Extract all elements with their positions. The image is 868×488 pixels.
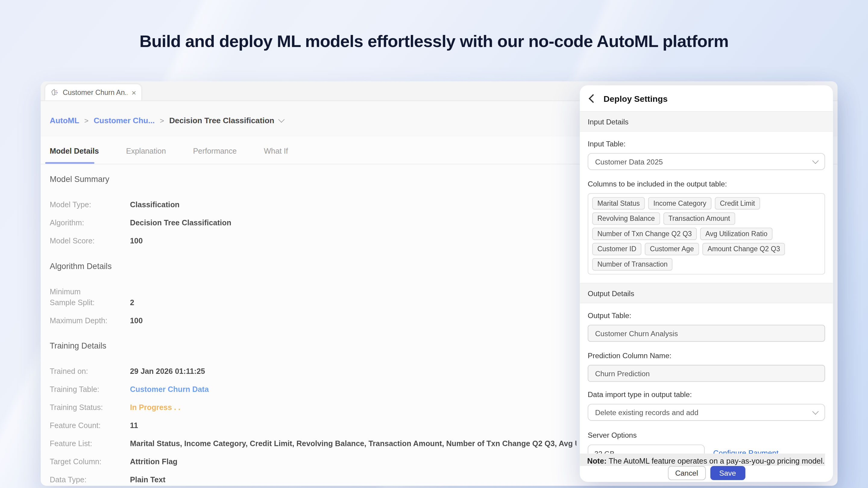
detail-label: Model Type: <box>50 199 130 210</box>
detail-value: Classification <box>130 199 180 210</box>
column-tag[interactable]: Amount Change Q2 Q3 <box>703 243 785 255</box>
input-details-section: Input Table: Customer Data 2025 Columns … <box>580 139 833 274</box>
pricing-note: Note: The AutoML feature operates on a p… <box>580 454 825 466</box>
deploy-settings-panel: Deploy Settings Input Details Input Tabl… <box>580 85 833 482</box>
breadcrumb-model[interactable]: Decision Tree Classification <box>169 116 274 125</box>
columns-label: Columns to be included in the output tab… <box>588 179 825 189</box>
ml-brain-icon <box>50 88 59 97</box>
input-details-section-header: Input Details <box>580 112 833 132</box>
input-table-value: Customer Data 2025 <box>595 157 663 166</box>
output-details-section: Output Table: Customer Churn Analysis Pr… <box>580 311 833 475</box>
back-icon[interactable] <box>589 94 597 103</box>
output-columns-box: Marital StatusIncome CategoryCredit Limi… <box>588 193 825 274</box>
breadcrumb-separator: > <box>160 116 164 124</box>
detail-label: Feature Count: <box>50 420 130 431</box>
document-tab-title: Customer Churn An... <box>63 88 127 96</box>
document-tab[interactable]: Customer Churn An... × <box>45 84 141 100</box>
close-icon[interactable]: × <box>132 88 136 96</box>
save-button[interactable]: Save <box>710 466 745 480</box>
output-table-input[interactable]: Customer Churn Analysis <box>588 325 825 341</box>
detail-label: Data Type: <box>50 475 130 485</box>
column-tag[interactable]: Customer Age <box>645 243 699 255</box>
chevron-down-icon[interactable] <box>278 116 285 123</box>
server-options-label: Server Options <box>588 430 825 441</box>
import-type-select[interactable]: Delete existing records and add <box>588 404 825 421</box>
breadcrumb: AutoML > Customer Chu... > Decision Tree… <box>50 116 284 125</box>
input-table-select[interactable]: Customer Data 2025 <box>588 153 825 170</box>
cancel-button[interactable]: Cancel <box>668 466 706 480</box>
deploy-panel-footer: Cancel Save <box>580 466 833 482</box>
training-status-value: In Progress . . <box>130 402 180 413</box>
detail-label: Minimum Sample Split: <box>50 287 108 308</box>
detail-value: 100 <box>130 235 143 247</box>
pricing-note-prefix: Note: <box>587 457 607 465</box>
detail-value: 11 <box>130 420 138 431</box>
page-title: Build and deploy ML models effortlessly … <box>0 32 868 51</box>
prediction-column-input[interactable]: Churn Prediction <box>588 365 825 382</box>
column-tag[interactable]: Revolving Balance <box>592 213 660 225</box>
detail-label: Algorithm: <box>50 218 130 228</box>
chevron-down-icon <box>812 408 818 415</box>
deploy-panel-header: Deploy Settings <box>580 85 833 112</box>
deploy-panel-title: Deploy Settings <box>604 93 668 103</box>
tab-model-details[interactable]: Model Details <box>50 147 99 156</box>
detail-label: Trained on: <box>50 366 130 377</box>
detail-value: 100 <box>130 315 143 326</box>
detail-label: Training Table: <box>50 384 130 395</box>
column-tag[interactable]: Credit Limit <box>715 197 760 209</box>
input-table-label: Input Table: <box>588 139 825 149</box>
detail-label: Target Column: <box>50 456 130 467</box>
import-type-label: Data import type in output table: <box>588 390 825 400</box>
breadcrumb-dataset[interactable]: Customer Chu... <box>94 116 155 125</box>
tab-what-if[interactable]: What If <box>264 147 288 156</box>
detail-value: Attrition Flag <box>130 456 178 467</box>
column-tag[interactable]: Avg Utilization Ratio <box>701 228 773 240</box>
breadcrumb-automl[interactable]: AutoML <box>50 116 79 125</box>
pricing-note-text: The AutoML feature operates on a pay-as-… <box>607 457 825 465</box>
output-details-section-header: Output Details <box>580 283 833 303</box>
training-table-link[interactable]: Customer Churn Data <box>130 384 209 395</box>
model-tabs: Model Details Explanation Performance Wh… <box>50 147 288 156</box>
breadcrumb-separator: > <box>84 116 89 124</box>
tab-explanation[interactable]: Explanation <box>126 147 166 156</box>
output-table-label: Output Table: <box>588 311 825 321</box>
column-tag[interactable]: Customer ID <box>592 243 641 255</box>
column-tag[interactable]: Income Category <box>648 197 711 209</box>
detail-label: Maximum Depth: <box>50 315 130 326</box>
detail-value: Plain Text <box>130 475 165 485</box>
detail-value: 2 <box>130 297 134 308</box>
detail-value: 29 Jan 2026 01:11:25 <box>130 366 205 377</box>
detail-label: Feature List: <box>50 438 130 449</box>
feature-list-value: Marital Status, Income Category, Credit … <box>130 438 576 449</box>
prediction-column-label: Prediction Column Name: <box>588 351 825 361</box>
column-tag[interactable]: Number of Transaction <box>592 258 673 270</box>
import-type-value: Delete existing records and add <box>595 408 698 417</box>
page: Build and deploy ML models effortlessly … <box>0 0 868 488</box>
detail-label: Model Score: <box>50 235 130 247</box>
detail-value: Decision Tree Classification <box>130 218 231 228</box>
tab-performance[interactable]: Performance <box>193 147 237 156</box>
chevron-down-icon <box>812 158 818 164</box>
column-tag[interactable]: Marital Status <box>592 197 645 209</box>
column-tag[interactable]: Transaction Amount <box>663 213 735 225</box>
column-tag[interactable]: Number of Txn Change Q2 Q3 <box>592 228 697 240</box>
detail-label: Training Status: <box>50 402 130 413</box>
